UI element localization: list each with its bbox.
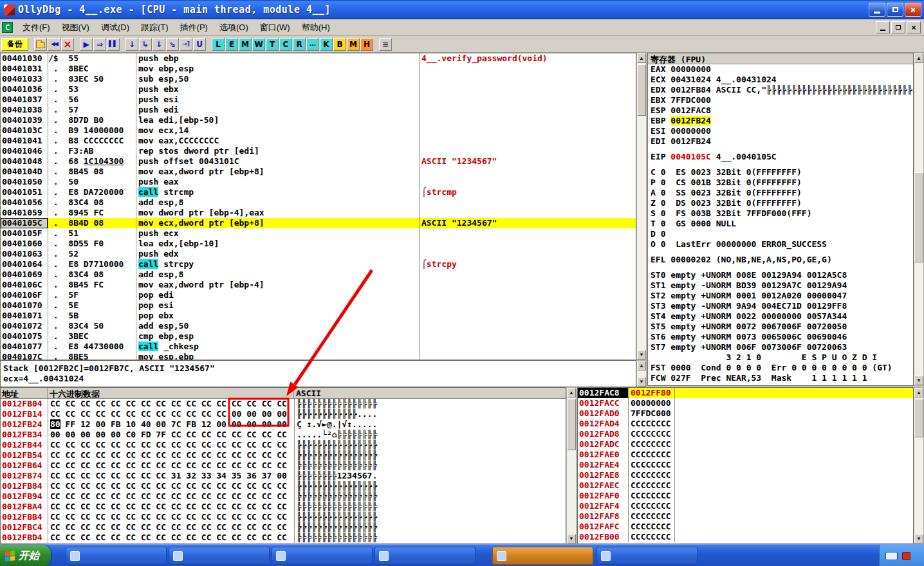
- disasm-row[interactable]: 00401048 . 68 1C104300push offset 004310…: [1, 156, 636, 167]
- references-window-button[interactable]: R: [293, 38, 306, 51]
- disasm-row[interactable]: 00401031 . 8BECmov ebp,esp: [1, 64, 636, 74]
- scroll-track[interactable]: [914, 397, 923, 534]
- disasm-row[interactable]: 00401038 . 57push edi: [1, 105, 636, 115]
- execute-till-return-button[interactable]: →]: [180, 38, 192, 51]
- register-line[interactable]: D 0: [648, 229, 913, 239]
- breakpoints-window-button[interactable]: B: [333, 38, 346, 51]
- stack-scrollbar[interactable]: ▲▼: [914, 387, 924, 544]
- register-line[interactable]: O 0 LastErr 00000000 ERROR_SUCCESS: [648, 239, 913, 250]
- register-line[interactable]: P 0 CS 001B 32Bit 0(FFFFFFFF): [648, 178, 913, 188]
- cpu-window-button[interactable]: C: [279, 38, 292, 51]
- menu-item-4[interactable]: 跟踪(T): [135, 20, 174, 35]
- disasm-row[interactable]: 00401041 . B8 CCCCCCCCmov eax,CCCCCCCC: [1, 136, 636, 146]
- menu-item-2[interactable]: 视图(V): [56, 20, 95, 35]
- register-line[interactable]: EAX 00000000: [648, 64, 913, 75]
- register-line[interactable]: ESP 0012FAC8: [648, 105, 913, 116]
- disasm-row[interactable]: 0040105C . 8B4D 08mov ecx,dword ptr [ebp…: [1, 218, 636, 228]
- registers-scrollbar[interactable]: ▲▼: [914, 53, 924, 386]
- register-line[interactable]: T 0 GS 0000 NULL: [648, 219, 913, 229]
- mdi-restore-button[interactable]: [891, 21, 905, 33]
- register-line[interactable]: A 0 SS 0023 32Bit 0(FFFFFFFF): [648, 188, 913, 198]
- taskbar-button-3[interactable]: [272, 547, 373, 565]
- menu-item-8[interactable]: 帮助(H): [296, 20, 336, 35]
- stack-row[interactable]: 0012FAECCCCCCCCC: [578, 480, 913, 491]
- disasm-row[interactable]: 00401064 . E8 D7710000call strcpy⌠strcpy: [1, 259, 636, 269]
- stack-row[interactable]: 0012FAE8CCCCCCCC: [578, 470, 913, 480]
- scroll-up-button[interactable]: ▲: [914, 388, 923, 397]
- scroll-down-button[interactable]: ▼: [637, 377, 646, 387]
- disasm-row[interactable]: 00401037 . 56push esi: [1, 95, 636, 105]
- disasm-row[interactable]: 0040105F . 51push ecx: [1, 228, 636, 239]
- scroll-track[interactable]: [567, 397, 576, 534]
- dump-row[interactable]: 0012FBB4CC CC CC CC CC CC CC CC CC CC CC…: [1, 512, 566, 522]
- stack-row[interactable]: 0012FAE0CCCCCCCC: [578, 450, 913, 460]
- run-button[interactable]: ▶: [80, 38, 93, 51]
- register-line[interactable]: ST5 empty +UNORM 0072 0067006F 00720050: [648, 322, 913, 332]
- register-line[interactable]: FST 0000 Cond 0 0 0 0 Err 0 0 0 0 0 0 0 …: [648, 363, 913, 373]
- handles-window-button[interactable]: H: [360, 38, 373, 51]
- windows-window-button[interactable]: W: [252, 38, 265, 51]
- register-line[interactable]: ST2 empty +UNORM 0001 0012A020 00000047: [648, 291, 913, 301]
- memory-window-button[interactable]: M: [239, 38, 252, 51]
- menu-item-6[interactable]: 选项(O): [214, 20, 254, 35]
- stack-row[interactable]: 0012FAE4CCCCCCCC: [578, 460, 913, 470]
- scroll-track[interactable]: [637, 370, 646, 377]
- disasm-row[interactable]: 00401051 . E8 DA720000call strcmp⌠strcmp: [1, 187, 636, 197]
- info-scrollbar[interactable]: ▲▼: [636, 360, 647, 387]
- disasm-row[interactable]: 00401069 . 83C4 08add esp,8: [1, 269, 636, 280]
- dump-row[interactable]: 0012FB04CC CC CC CC CC CC CC CC CC CC CC…: [1, 399, 566, 409]
- disasm-row[interactable]: 00401056 . 83C4 08add esp,8: [1, 197, 636, 208]
- step-into-button[interactable]: ↓: [125, 38, 138, 51]
- scroll-up-button[interactable]: ▲: [567, 388, 576, 397]
- register-line[interactable]: S 0 FS 003B 32Bit 7FFDF000(FFF): [648, 208, 913, 219]
- close-button[interactable]: ×: [905, 3, 921, 17]
- animate-over-button[interactable]: ⇘: [166, 38, 179, 51]
- dump-scrollbar[interactable]: ▲▼: [566, 387, 577, 544]
- dump-row[interactable]: 0012FBD4CC CC CC CC CC CC CC CC CC CC CC…: [1, 533, 566, 543]
- disasm-row[interactable]: 00401071 . 5Bpop ebx: [1, 311, 636, 321]
- log-window-button[interactable]: L: [212, 38, 225, 51]
- register-line[interactable]: Z 0 DS 0023 32Bit 0(FFFFFFFF): [648, 198, 913, 208]
- scroll-track[interactable]: [637, 63, 646, 350]
- stack-row[interactable]: 0012FAC80012FF80: [578, 388, 913, 398]
- register-line[interactable]: ST4 empty +UNORM 0022 00000000 0057A344: [648, 311, 913, 322]
- taskbar-button-5[interactable]: [492, 547, 593, 565]
- register-line[interactable]: ST6 empty +UNORM 0073 0065006C 00690046: [648, 332, 913, 342]
- disasm-row[interactable]: 0040107C . 8BE5mov esp,ebp: [1, 352, 636, 360]
- menu-item-1[interactable]: 文件(F): [17, 20, 56, 35]
- run-trace-window-button[interactable]: ...: [306, 38, 319, 51]
- dump-row[interactable]: 0012FB2480 FF 12 00 FB 10 40 00 7C FB 12…: [1, 419, 566, 430]
- mdi-close-button[interactable]: ×: [907, 21, 921, 33]
- disasm-row[interactable]: 00401070 . 5Epop esi: [1, 300, 636, 311]
- register-line[interactable]: ST7 empty +UNORM 006F 0073006F 00720063: [648, 342, 913, 352]
- close-program-button[interactable]: ×: [61, 38, 74, 51]
- disasm-row[interactable]: 00401075 . 3BECcmp ebp,esp: [1, 331, 636, 342]
- register-line[interactable]: ESI 00000000: [648, 126, 913, 136]
- taskbar-button-2[interactable]: [169, 547, 270, 565]
- disasm-row[interactable]: 00401046 . F3:ABrep stos dword ptr [edi]: [1, 146, 636, 156]
- dump-row[interactable]: 0012FB84CC CC CC CC CC CC CC CC CC CC CC…: [1, 481, 566, 491]
- scroll-down-button[interactable]: ▼: [567, 534, 576, 543]
- minimize-button[interactable]: [869, 3, 885, 17]
- stack-row[interactable]: 0012FAD4CCCCCCCC: [578, 419, 913, 429]
- scroll-down-button[interactable]: ▼: [637, 350, 646, 360]
- register-line[interactable]: EBP 0012FB24: [648, 116, 913, 126]
- disasm-row[interactable]: 00401060 . 8D55 F0lea edx,[ebp-10]: [1, 239, 636, 249]
- dump-row[interactable]: 0012FB14CC CC CC CC CC CC CC CC CC CC CC…: [1, 409, 566, 419]
- stack-row[interactable]: 0012FADCCCCCCCCC: [578, 439, 913, 450]
- stack-row[interactable]: 0012FACC00000000: [578, 398, 913, 408]
- stack-row[interactable]: 0012FAF0CCCCCCCC: [578, 491, 913, 501]
- disasm-row[interactable]: 00401039 . 8D7D B0lea edi,[ebp-50]: [1, 115, 636, 125]
- scroll-thumb[interactable]: [914, 172, 923, 262]
- mdi-minimize-button[interactable]: [876, 21, 890, 33]
- register-line[interactable]: EDI 0012FB24: [648, 136, 913, 147]
- stack-row[interactable]: 0012FAD07FFDC000: [578, 408, 913, 419]
- memory-map-window-button[interactable]: M: [347, 38, 360, 51]
- register-line[interactable]: ST1 empty -UNORM BD39 00129A7C 00129A94: [648, 280, 913, 291]
- menu-item-5[interactable]: 插件(P): [174, 20, 214, 35]
- disasm-row[interactable]: 00401077 . E8 44730000call _chkesp: [1, 342, 636, 352]
- register-line[interactable]: EIP 0040105C 4__.0040105C: [648, 152, 913, 162]
- register-line[interactable]: 3 2 1 0 E S P U O Z D I: [648, 352, 913, 363]
- tray-red-icon[interactable]: [902, 552, 910, 560]
- disasm-row[interactable]: 00401033 . 83EC 50sub esp,50: [1, 74, 636, 84]
